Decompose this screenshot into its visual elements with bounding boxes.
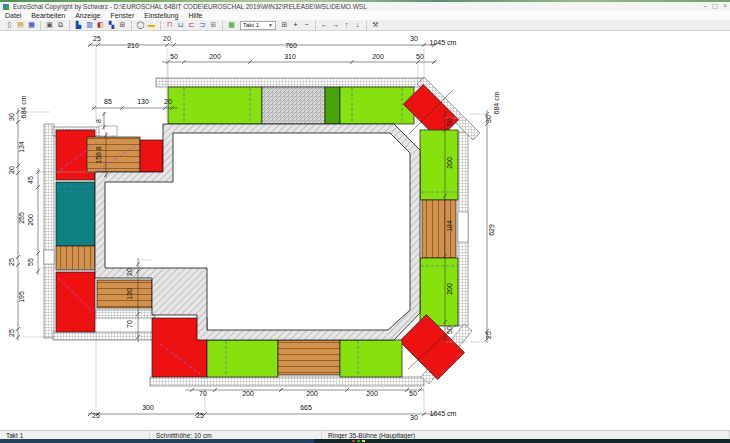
table-view-button[interactable]: ⊞ bbox=[117, 20, 128, 30]
dimension-label: 30 bbox=[410, 414, 418, 421]
dimension-label: 25 bbox=[8, 258, 15, 266]
dimension-label: 25 bbox=[93, 35, 101, 42]
taskbar-color-dot bbox=[352, 440, 355, 442]
dimension-label: 20 bbox=[163, 35, 171, 42]
bar-chart-view-button[interactable]: ▥ bbox=[84, 20, 95, 30]
menu-item-fenster[interactable]: Fenster bbox=[106, 12, 140, 19]
dimension-label: 200 bbox=[242, 390, 254, 397]
dimension-label: 130 bbox=[137, 98, 149, 105]
maximize-button[interactable]: ▢ bbox=[712, 2, 718, 10]
pan-right-button[interactable]: → bbox=[330, 20, 341, 30]
open-folder-button[interactable]: ▤ bbox=[15, 20, 26, 30]
dimension-label: 130 bbox=[126, 288, 133, 300]
dimension-label: 195 bbox=[18, 291, 25, 303]
dimension-label: 684 cm bbox=[20, 95, 27, 118]
legend-view-button[interactable]: ▚ bbox=[106, 20, 117, 30]
wall-tool-4-button[interactable]: ⊐ bbox=[197, 20, 208, 30]
wall-tool-5-button[interactable]: ⊞ bbox=[208, 20, 219, 30]
dimension-label: 30 bbox=[8, 113, 15, 121]
new-file-button[interactable]: ▯ bbox=[4, 20, 15, 30]
dimension-label: 300 bbox=[142, 404, 154, 411]
settings-tool-button[interactable]: ⚒ bbox=[370, 20, 381, 30]
dimension-label: 200 bbox=[372, 53, 384, 60]
dimension-label: 25 bbox=[485, 331, 492, 339]
panel-darkgreen-top[interactable] bbox=[325, 87, 340, 124]
dimension-label: 684 cm bbox=[493, 91, 500, 114]
panel-green-bottom-right[interactable] bbox=[340, 340, 402, 377]
dimension-label: 134 bbox=[18, 141, 25, 153]
takt-colors-button[interactable]: ▩ bbox=[226, 20, 237, 30]
dimension-label: 200 bbox=[27, 214, 34, 226]
dimension-label: 20 bbox=[164, 98, 172, 105]
dimension-label: 1045 cm bbox=[430, 39, 457, 46]
dimension-label: 50 bbox=[416, 53, 424, 60]
toolbar: ▯▤▦▣⧉▙▥◧▚⊞◯▬⊓⊔⊏⊐⊞▩Takt 1▼⊞+−←→↑↓⚒ bbox=[0, 20, 730, 31]
wall-tool-2-button[interactable]: ⊔ bbox=[175, 20, 186, 30]
dimension-label: 25 bbox=[92, 412, 100, 419]
panel-red-upper-left[interactable] bbox=[140, 140, 163, 172]
panel-colors-view-button[interactable]: ◧ bbox=[95, 20, 106, 30]
taskbar-sliver bbox=[0, 439, 730, 443]
dimension-label: 200 bbox=[446, 157, 453, 169]
dimension-label: 55 bbox=[27, 258, 34, 266]
zoom-window-button[interactable]: ◯ bbox=[135, 20, 146, 30]
print-button[interactable]: ▣ bbox=[44, 20, 55, 30]
taskbar-color-dot bbox=[362, 440, 365, 442]
dimension-label: 70 bbox=[126, 320, 133, 328]
dimension-label: 629 bbox=[488, 224, 495, 236]
toolbar-separator bbox=[366, 21, 367, 30]
toolbar-separator bbox=[40, 21, 41, 30]
dimension-label: 50 bbox=[170, 53, 178, 60]
pan-down-button[interactable]: ↓ bbox=[352, 20, 363, 30]
dimension-label: 200 bbox=[306, 390, 318, 397]
print-preview-button[interactable]: ⧉ bbox=[55, 20, 66, 30]
menu-item-datei[interactable]: Datei bbox=[0, 12, 26, 19]
panel-wood-bottom[interactable] bbox=[278, 340, 340, 375]
app-icon bbox=[3, 4, 9, 10]
panel-green-bottom-left[interactable] bbox=[207, 340, 278, 377]
menu-item-hilfe[interactable]: Hilfe bbox=[183, 12, 207, 19]
dimension-label: 30 bbox=[485, 115, 492, 123]
dimension-label: 25 bbox=[8, 329, 15, 337]
dimension-label: 310 bbox=[284, 53, 296, 60]
close-button[interactable]: × bbox=[723, 2, 727, 10]
dimension-label: 184 bbox=[446, 220, 453, 232]
panel-wood-pocket[interactable] bbox=[97, 280, 152, 308]
zoom-out-button[interactable]: − bbox=[301, 20, 312, 30]
takt-selector[interactable]: Takt 1▼ bbox=[240, 21, 276, 30]
menu-item-anzeige[interactable]: Anzeige bbox=[70, 12, 105, 19]
dimension-label: 200 bbox=[209, 53, 221, 60]
pan-left-button[interactable]: ← bbox=[319, 20, 330, 30]
dimension-label: 30 bbox=[410, 35, 418, 42]
stats-view-button[interactable]: ▙ bbox=[73, 20, 84, 30]
panel-red-left-lower[interactable] bbox=[56, 272, 95, 332]
dimension-label: 25 bbox=[196, 412, 204, 419]
toolbar-separator bbox=[222, 21, 223, 30]
toolbar-separator bbox=[131, 21, 132, 30]
dimension-label: 50 bbox=[409, 390, 417, 397]
save-button[interactable]: ▦ bbox=[26, 20, 37, 30]
drawing-canvas[interactable]: 2521020760301045 cm502003102005085130208… bbox=[0, 31, 730, 430]
measure-button[interactable]: ▬ bbox=[146, 20, 157, 30]
menu-item-einstellung[interactable]: Einstellung bbox=[139, 12, 183, 19]
dimension-label: 20 bbox=[126, 268, 133, 276]
panel-wood-left-small[interactable] bbox=[56, 246, 95, 270]
dimension-label: 70 bbox=[199, 390, 207, 397]
panel-infill-top[interactable] bbox=[262, 87, 325, 124]
overview-grid-button[interactable]: ⊞ bbox=[279, 20, 290, 30]
minimize-button[interactable]: – bbox=[703, 2, 707, 10]
zoom-in-button[interactable]: + bbox=[290, 20, 301, 30]
dimension-label: 760 bbox=[285, 42, 297, 49]
wall-tool-1-button[interactable]: ⊓ bbox=[164, 20, 175, 30]
chevron-down-icon: ▼ bbox=[268, 22, 273, 28]
panel-green-top-right[interactable] bbox=[340, 87, 414, 124]
menu-item-bearbeiten[interactable]: Bearbeiten bbox=[26, 12, 70, 19]
dimension-label: 20 bbox=[8, 166, 15, 174]
dimension-label: 50 bbox=[446, 118, 453, 126]
wall-tool-3-button[interactable]: ⊏ bbox=[186, 20, 197, 30]
panel-teal-left[interactable] bbox=[56, 182, 95, 246]
pan-up-button[interactable]: ↑ bbox=[341, 20, 352, 30]
panel-green-top-left[interactable] bbox=[168, 87, 262, 124]
toolbar-separator bbox=[69, 21, 70, 30]
dimension-label: 1045 cm bbox=[430, 410, 457, 417]
